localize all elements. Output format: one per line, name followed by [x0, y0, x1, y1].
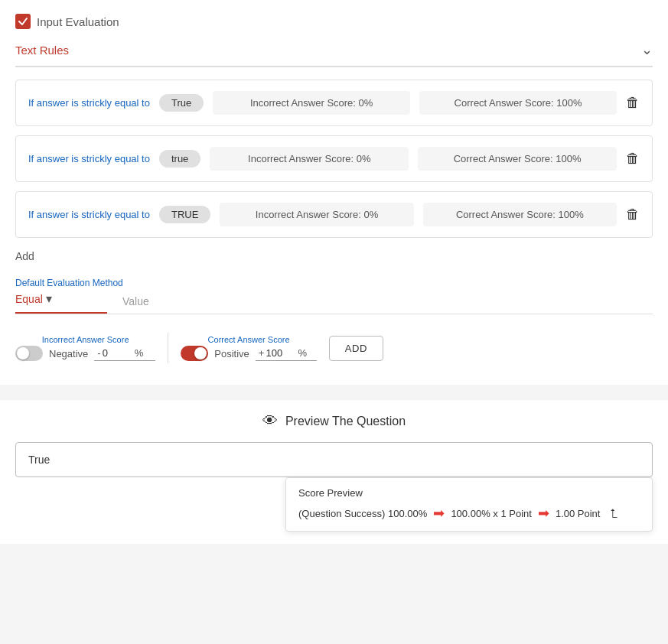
incorrect-score-input[interactable]	[103, 347, 133, 359]
text-rules-chevron-icon[interactable]: ⌄	[641, 41, 653, 58]
rule-value-badge: True	[159, 94, 204, 112]
rule-condition-label: If answer is strickly equal to	[28, 97, 150, 109]
correct-score-box: Correct Answer Score: 100%	[423, 203, 617, 226]
incorrect-score-box: Incorrect Answer Score: 0%	[210, 147, 409, 171]
preview-title: Preview The Question	[285, 415, 406, 428]
correct-score-group-label: Correct Answer Score	[181, 335, 317, 344]
negative-label: Negative	[49, 348, 88, 359]
delete-rule-button[interactable]: 🗑	[626, 207, 640, 223]
rule-value-badge: TRUE	[159, 206, 210, 223]
delete-rule-button[interactable]: 🗑	[626, 95, 640, 111]
rule-row: If answer is strickly equal to True Inco…	[15, 80, 653, 126]
rule-value-badge: true	[159, 150, 200, 168]
incorrect-score-box: Incorrect Answer Score: 0%	[220, 203, 413, 226]
correct-unit: %	[298, 347, 307, 359]
incorrect-score-box: Incorrect Answer Score: 0%	[213, 91, 410, 115]
rule-condition-label: If answer is strickly equal to	[28, 153, 150, 164]
arrow-icon: ➡	[538, 505, 549, 522]
rule-row: If answer is strickly equal to TRUE Inco…	[15, 191, 653, 238]
correct-prefix: +	[259, 347, 265, 359]
preview-input-box[interactable]: True	[15, 442, 653, 477]
score-preview-item-1: 100.00% x 1 Point	[451, 508, 532, 519]
vertical-divider	[168, 333, 168, 363]
eval-method-select[interactable]: Equal ▾	[15, 291, 107, 314]
eval-value-input[interactable]: Value	[107, 295, 653, 314]
rule-condition-label: If answer is strickly equal to	[28, 209, 150, 220]
rule-row: If answer is strickly equal to true Inco…	[15, 135, 653, 182]
incorrect-unit: %	[135, 347, 144, 359]
incorrect-score-input-wrapper: - %	[94, 346, 155, 361]
score-preview-item-0: (Question Success) 100.00%	[298, 508, 427, 519]
default-eval-label: Default Evaluation Method	[15, 278, 653, 288]
score-preview-title: Score Preview	[298, 487, 640, 499]
correct-score-input[interactable]	[266, 347, 296, 359]
text-rules-title: Text Rules	[15, 44, 69, 57]
correct-score-box: Correct Answer Score: 100%	[418, 147, 617, 171]
positive-label: Positive	[214, 348, 249, 359]
input-evaluation-label: Input Evaluation	[37, 15, 119, 28]
add-rule-link[interactable]: Add	[15, 250, 34, 262]
incorrect-score-group-label: Incorrect Answer Score	[15, 335, 155, 344]
arrow-icon: ➡	[433, 505, 445, 522]
preview-section: 👁 Preview The Question True Score Previe…	[0, 400, 668, 544]
add-eval-button[interactable]: ADD	[329, 336, 383, 361]
incorrect-prefix: -	[97, 347, 100, 359]
score-preview-popup: Score Preview (Question Success) 100.00%…	[285, 477, 653, 532]
negative-toggle[interactable]	[15, 346, 43, 361]
cursor-icon: ⮤	[609, 507, 620, 519]
input-evaluation-checkbox[interactable]	[15, 14, 31, 29]
correct-score-input-wrapper: + %	[256, 346, 317, 361]
positive-toggle[interactable]	[181, 346, 208, 361]
delete-rule-button[interactable]: 🗑	[626, 151, 640, 167]
eye-icon: 👁	[262, 412, 278, 430]
score-preview-item-2: 1.00 Point	[556, 508, 601, 519]
eval-method-arrow-icon: ▾	[46, 291, 52, 306]
eval-method-text: Equal	[15, 293, 43, 305]
correct-score-box: Correct Answer Score: 100%	[419, 91, 617, 115]
